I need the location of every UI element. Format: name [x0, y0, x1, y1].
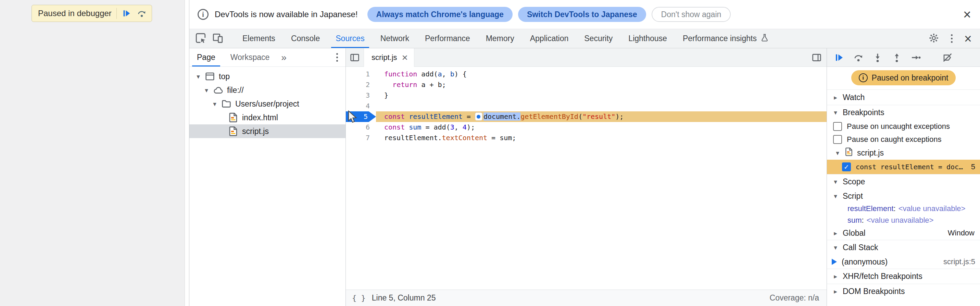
section-watch[interactable]: ▸ Watch	[827, 90, 980, 105]
toggle-debugger-sidebar-icon[interactable]	[807, 48, 827, 67]
dont-show-again-button[interactable]: Don't show again	[652, 7, 731, 22]
tab-security[interactable]: Security	[576, 29, 620, 48]
tab-console[interactable]: Console	[283, 29, 328, 48]
tab-performance-insights[interactable]: Performance insights	[675, 29, 777, 48]
code-line-4: 4	[346, 101, 827, 112]
inspect-element-icon[interactable]	[195, 32, 207, 45]
paused-banner-text: Paused in debugger	[38, 9, 111, 18]
pause-caught-exceptions-row[interactable]: Pause on caught exceptions	[827, 133, 980, 146]
settings-gear-icon[interactable]	[928, 33, 939, 45]
page-scrollbar[interactable]	[185, 0, 189, 306]
tab-network[interactable]: Network	[372, 29, 417, 48]
file-icon	[844, 147, 854, 159]
devtools-close-icon[interactable]: ×	[964, 32, 972, 45]
infobar-close-icon[interactable]: ×	[963, 8, 971, 21]
current-frame-arrow-icon	[832, 259, 837, 265]
collapsed-triangle-icon[interactable]: ▸	[832, 229, 838, 237]
tab-lighthouse[interactable]: Lighthouse	[620, 29, 675, 48]
global-value: Window	[948, 229, 980, 237]
section-breakpoints[interactable]: ▾ Breakpoints	[827, 105, 980, 120]
line-number[interactable]: 4	[346, 101, 376, 112]
section-dom-breakpoints[interactable]: ▸ DOM Breakpoints	[827, 284, 980, 299]
more-tabs-chevron-icon[interactable]: »	[277, 52, 291, 63]
devtools-window: i DevTools is now available in Japanese!…	[189, 0, 980, 306]
panel-tabs: Elements Console Sources Network Perform…	[235, 29, 777, 48]
info-icon: i	[859, 73, 868, 82]
navigator-tab-page[interactable]: Page	[189, 48, 223, 67]
more-options-kebab-icon[interactable]	[950, 33, 954, 44]
expanded-triangle-icon[interactable]: ▾	[832, 178, 838, 186]
inline-step-marker[interactable]	[475, 112, 482, 121]
tree-item-script-js[interactable]: script.js	[189, 124, 345, 138]
paused-in-debugger-banner: Paused in debugger	[32, 5, 152, 22]
expanded-triangle-icon[interactable]: ▾	[832, 192, 838, 200]
tree-item-index-html[interactable]: index.html	[189, 111, 345, 124]
tree-item-project-folder[interactable]: ▾ Users/user/project	[189, 97, 345, 111]
device-toolbar-icon[interactable]	[212, 32, 224, 45]
line-number[interactable]: 3	[346, 90, 376, 101]
switch-to-japanese-button[interactable]: Switch DevTools to Japanese	[518, 7, 646, 22]
toggle-navigator-icon[interactable]	[346, 48, 364, 67]
scope-script-section[interactable]: ▾ Script	[827, 189, 980, 203]
tab-sources[interactable]: Sources	[328, 29, 372, 48]
section-xhr-breakpoints[interactable]: ▸ XHR/fetch Breakpoints	[827, 269, 980, 284]
breakpoint-line-number: 5	[971, 163, 975, 171]
checkbox-unchecked[interactable]	[833, 122, 842, 131]
deactivate-breakpoints-button[interactable]	[941, 51, 954, 64]
line-number[interactable]: 1	[346, 69, 376, 80]
line-number[interactable]: 6	[346, 122, 376, 132]
step-over-button[interactable]	[852, 51, 865, 64]
scope-variable-sum[interactable]: sum: <value unavailable>	[827, 215, 980, 226]
expanded-triangle-icon[interactable]: ▾	[832, 108, 838, 116]
folder-icon	[221, 98, 232, 109]
collapsed-triangle-icon[interactable]: ▸	[832, 287, 838, 295]
editor-tab-script-js[interactable]: script.js ×	[364, 48, 414, 67]
flask-icon	[760, 33, 769, 44]
checkbox-unchecked[interactable]	[833, 135, 842, 144]
collapsed-triangle-icon[interactable]: ▸	[832, 273, 838, 280]
tab-performance[interactable]: Performance	[417, 29, 478, 48]
step-into-button[interactable]	[872, 51, 884, 64]
collapsed-triangle-icon[interactable]: ▸	[832, 94, 838, 101]
cloud-icon	[213, 84, 224, 96]
selected-token: document.	[484, 112, 520, 121]
code-line-6: 6 const sum = add(3, 4);	[346, 122, 827, 132]
scope-global-section[interactable]: ▸ Global Window	[827, 226, 980, 240]
step-button[interactable]	[910, 51, 922, 64]
step-over-icon[interactable]	[137, 8, 147, 19]
line-number[interactable]: 2	[346, 80, 376, 90]
expand-triangle-icon[interactable]: ▾	[202, 86, 211, 94]
tab-elements[interactable]: Elements	[235, 29, 283, 48]
breakpoint-file-group[interactable]: ▾ script.js	[827, 146, 980, 160]
tab-close-icon[interactable]: ×	[402, 53, 408, 63]
tree-item-top[interactable]: ▾ top	[189, 70, 345, 83]
editor-pane: script.js × 1 function add(a, b) { 2	[346, 48, 827, 306]
paused-on-breakpoint-badge: i Paused on breakpoint	[851, 70, 956, 85]
line-number[interactable]: 7	[346, 132, 376, 143]
cursor-position: Line 5, Column 25	[372, 293, 436, 303]
match-chrome-language-button[interactable]: Always match Chrome's language	[368, 7, 512, 22]
expanded-triangle-icon[interactable]: ▾	[834, 149, 841, 157]
call-stack-frame[interactable]: (anonymous) script.js:5	[827, 255, 980, 269]
scope-variable-resultElement[interactable]: resultElement: <value unavailable>	[827, 203, 980, 215]
navigator-kebab-icon[interactable]	[335, 52, 339, 63]
resume-button[interactable]	[833, 51, 845, 64]
pause-uncaught-exceptions-row[interactable]: Pause on uncaught exceptions	[827, 120, 980, 133]
expand-triangle-icon[interactable]: ▾	[211, 100, 219, 108]
tree-item-file-origin[interactable]: ▾ file://	[189, 83, 345, 97]
devtools-main-toolbar: Elements Console Sources Network Perform…	[189, 29, 980, 48]
section-scope[interactable]: ▾ Scope	[827, 174, 980, 189]
expand-triangle-icon[interactable]: ▾	[194, 73, 202, 81]
breakpoint-entry[interactable]: ✓ const resultElement = doc… 5	[827, 160, 980, 174]
tab-application[interactable]: Application	[522, 29, 577, 48]
resume-script-icon[interactable]	[122, 8, 132, 19]
step-out-button[interactable]	[891, 51, 903, 64]
tab-memory[interactable]: Memory	[478, 29, 522, 48]
section-call-stack[interactable]: ▾ Call Stack	[827, 240, 980, 255]
screen: Paused in debugger i DevTools is now ava…	[0, 0, 980, 306]
expanded-triangle-icon[interactable]: ▾	[832, 244, 838, 252]
checkbox-checked[interactable]: ✓	[842, 163, 851, 171]
pretty-print-icon[interactable]: { }	[352, 294, 366, 302]
code-editor[interactable]: 1 function add(a, b) { 2 return a + b; 3…	[346, 67, 827, 290]
navigator-tab-workspace[interactable]: Workspace	[223, 48, 277, 67]
